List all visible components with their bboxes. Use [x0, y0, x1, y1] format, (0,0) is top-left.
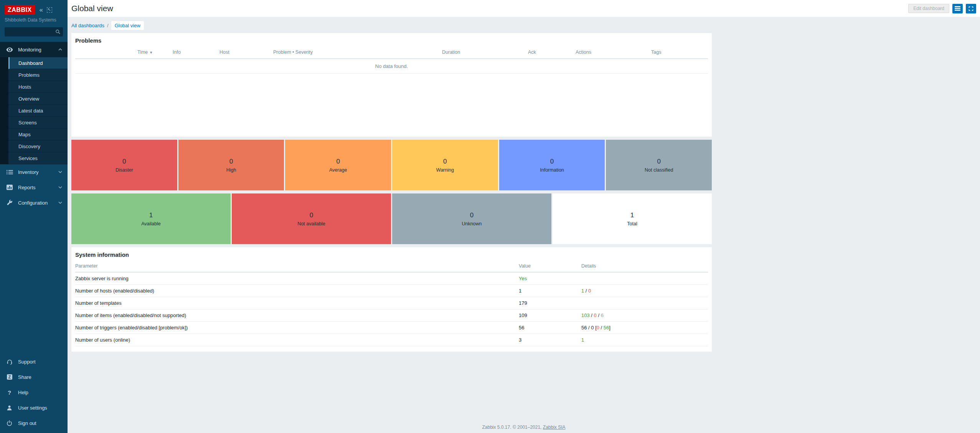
system-information-title: System information	[75, 251, 708, 258]
column-header-details: Details	[581, 260, 708, 272]
footer-version-text: Zabbix 5.0.17. © 2001–2021,	[482, 425, 543, 430]
value-cell: Yes	[519, 272, 581, 285]
column-header-host[interactable]: Host	[218, 46, 271, 59]
wrench-icon	[6, 200, 13, 206]
kiosk-mode-button[interactable]	[966, 4, 976, 13]
availability-count: 1	[630, 212, 634, 219]
value-cell: 1	[519, 285, 581, 297]
value-cell: 3	[519, 334, 581, 346]
value-cell: 179	[519, 297, 581, 309]
chevron-down-icon	[58, 186, 62, 188]
breadcrumb-all-dashboards[interactable]: All dashboards	[71, 23, 104, 28]
parameter-cell: Number of templates	[75, 297, 519, 309]
details-cell: 1	[581, 334, 708, 346]
column-header-actions[interactable]: Actions	[574, 46, 649, 59]
column-header-problem-severity[interactable]: Problem • Severity	[271, 46, 440, 59]
sidebar-item-help[interactable]: ?Help	[0, 385, 68, 400]
system-information-widget: System information ParameterValueDetails…	[71, 247, 712, 352]
sidebar-subitem-dashboard[interactable]: Dashboard	[8, 57, 68, 69]
sidebar-item-user-settings[interactable]: User settings	[0, 400, 68, 415]
sidebar-item-label: Reports	[18, 185, 36, 190]
table-row: Number of hosts (enabled/disabled)11 / 0	[75, 285, 708, 297]
severity-count: 0	[657, 158, 660, 165]
column-header-info[interactable]: Info	[171, 46, 218, 59]
list-icon	[6, 170, 13, 175]
zabbix-sia-link[interactable]: Zabbix SIA	[543, 425, 566, 430]
details-cell	[581, 272, 708, 285]
availability-count: 0	[310, 212, 313, 219]
details-fragment: 56	[604, 325, 609, 331]
sidebar-item-label: Configuration	[18, 200, 48, 206]
sidebar-item-support[interactable]: Support	[0, 354, 68, 369]
details-fragment: 56 / 0 [	[581, 325, 597, 331]
severity-label: High	[226, 167, 236, 173]
details-cell: 103 / 0 / 6	[581, 309, 708, 322]
severity-card-not-classified: 0Not classified	[606, 140, 712, 190]
availability-label: Unknown	[462, 221, 482, 226]
sidebar-subitem-screens[interactable]: Screens	[8, 117, 68, 129]
availability-label: Total	[627, 221, 637, 226]
sidebar-subitem-problems[interactable]: Problems	[8, 69, 68, 81]
sidebar-item-sign-out[interactable]: Sign out	[0, 415, 68, 431]
severity-label: Average	[329, 167, 347, 173]
parameter-cell: Zabbix server is running	[75, 272, 519, 285]
severity-label: Not classified	[645, 167, 673, 173]
column-header-time[interactable]: Time▼	[135, 46, 171, 59]
availability-label: Not available	[297, 221, 325, 226]
sidebar-subitem-discovery[interactable]: Discovery	[8, 140, 68, 152]
sidebar-item-share[interactable]: ZShare	[0, 369, 68, 385]
severity-card-information: 0Information	[499, 140, 605, 190]
breadcrumb-separator: /	[107, 23, 109, 28]
details-fragment: /	[584, 288, 588, 294]
details-fragment: 0	[588, 288, 591, 294]
zabbix-logo[interactable]: ZABBIX	[5, 5, 35, 15]
details-fragment: 103	[581, 312, 590, 318]
parameter-cell: Number of items (enabled/disabled/not su…	[75, 309, 519, 322]
headset-icon	[6, 359, 13, 365]
chevron-down-icon	[58, 171, 62, 173]
edit-dashboard-button[interactable]: Edit dashboard	[908, 4, 949, 13]
bar-chart-icon	[6, 185, 13, 190]
severity-card-warning: 0Warning	[392, 140, 498, 190]
details-fragment: 0	[594, 312, 597, 318]
sidebar-item-label: Inventory	[18, 169, 38, 175]
chevron-down-icon	[58, 202, 62, 204]
sidebar-item-monitoring[interactable]: Monitoring	[0, 42, 68, 57]
search-icon[interactable]	[55, 29, 61, 36]
availability-count: 1	[149, 212, 153, 219]
sidebar-subitem-latest-data[interactable]: Latest data	[8, 105, 68, 117]
breadcrumb-current[interactable]: Global view	[111, 21, 144, 30]
table-row: Number of triggers (enabled/disabled [pr…	[75, 322, 708, 334]
sidebar-item-inventory[interactable]: Inventory	[0, 164, 68, 180]
dashboard-list-button[interactable]	[952, 4, 963, 13]
sidebar-item-configuration[interactable]: Configuration	[0, 195, 68, 210]
parameter-cell: Number of hosts (enabled/disabled)	[75, 285, 519, 297]
severity-count: 0	[229, 158, 233, 165]
sidebar-item-reports[interactable]: Reports	[0, 180, 68, 195]
search-input[interactable]	[5, 27, 63, 36]
column-header-duration[interactable]: Duration	[440, 46, 526, 59]
sidebar-subitem-maps[interactable]: Maps	[8, 129, 68, 140]
power-icon	[6, 420, 13, 426]
menu-section-monitoring: MonitoringDashboardProblemsHostsOverview…	[0, 42, 68, 164]
sidebar-subitem-overview[interactable]: Overview	[8, 93, 68, 105]
details-fragment: 1	[581, 337, 584, 343]
severity-count: 0	[550, 158, 554, 165]
sort-desc-icon: ▼	[149, 51, 153, 55]
availability-card-unknown: 0Unknown	[392, 193, 551, 244]
sidebar-collapse-icon[interactable]: «	[40, 7, 43, 13]
column-spacer	[75, 46, 135, 59]
problems-table: Time▼InfoHostProblem • SeverityDurationA…	[75, 46, 708, 74]
main-menu: MonitoringDashboardProblemsHostsOverview…	[0, 42, 68, 210]
sidebar-footer-menu: SupportZShare?HelpUser settingsSign out	[0, 354, 68, 433]
column-header-ack[interactable]: Ack	[526, 46, 574, 59]
server-name: Shibboleth Data Systems	[0, 16, 68, 26]
sidebar-subitem-services[interactable]: Services	[8, 152, 68, 164]
column-header-tags[interactable]: Tags	[649, 46, 708, 59]
submenu-monitoring: DashboardProblemsHostsOverviewLatest dat…	[0, 57, 68, 164]
sidebar-hide-icon[interactable]	[47, 7, 52, 13]
sidebar-subitem-hosts[interactable]: Hosts	[8, 81, 68, 93]
system-information-table: ParameterValueDetails Zabbix server is r…	[75, 260, 708, 346]
sidebar-search	[5, 27, 63, 36]
severity-label: Warning	[436, 167, 454, 173]
